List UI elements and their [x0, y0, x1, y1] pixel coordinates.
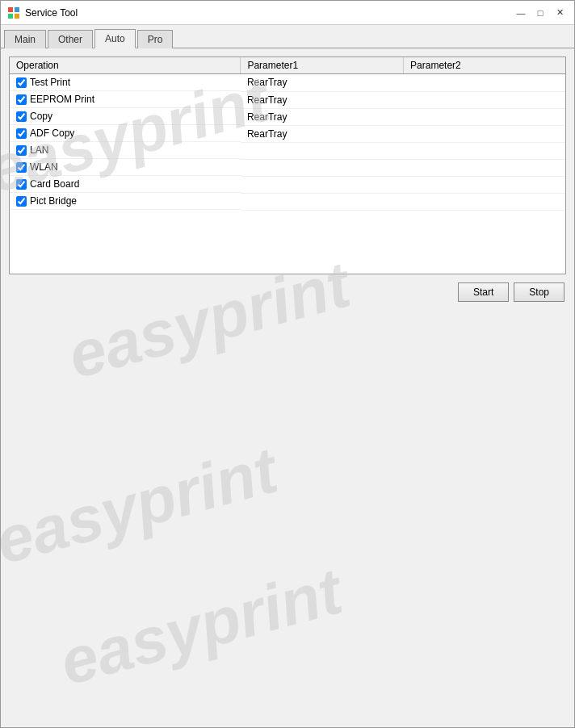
- svg-rect-2: [8, 14, 13, 19]
- checkbox-copy[interactable]: [16, 111, 27, 122]
- checkbox-adf-copy[interactable]: [16, 128, 27, 139]
- param1-cell: [241, 142, 404, 159]
- operation-label: LAN: [30, 144, 48, 156]
- operation-label: ADF Copy: [30, 128, 74, 139]
- operation-label: EEPROM Print: [30, 94, 94, 105]
- operation-cell: WLAN: [10, 159, 241, 176]
- param1-cell: RearTray: [241, 125, 404, 142]
- param2-cell: [404, 125, 565, 142]
- watermark-3: easyprint: [0, 433, 285, 579]
- operation-cell: Copy: [10, 108, 241, 125]
- param2-cell: [404, 91, 565, 108]
- table-row: Pict Bridge: [10, 193, 565, 210]
- operation-cell: ADF Copy: [10, 125, 241, 142]
- param2-cell: [404, 142, 565, 159]
- checkbox-test-print[interactable]: [16, 77, 27, 88]
- operations-table-container: Operation Parameter1 Parameter2 Test Pri…: [9, 56, 566, 274]
- svg-rect-0: [8, 7, 13, 12]
- svg-rect-1: [15, 7, 19, 12]
- start-button[interactable]: Start: [458, 282, 509, 302]
- param1-cell: [241, 193, 404, 210]
- title-controls: — □ ✕: [513, 5, 568, 21]
- operation-cell: EEPROM Print: [10, 91, 241, 108]
- tab-other[interactable]: Other: [48, 30, 93, 48]
- stop-button[interactable]: Stop: [514, 282, 565, 302]
- operation-label: Test Print: [30, 77, 70, 88]
- param2-cell: [404, 108, 565, 125]
- checkbox-pict-bridge[interactable]: [16, 196, 27, 207]
- tab-pro[interactable]: Pro: [137, 30, 174, 48]
- checkbox-eeprom-print[interactable]: [16, 94, 27, 105]
- param2-cell: [404, 74, 565, 92]
- content-area: Operation Parameter1 Parameter2 Test Pri…: [1, 48, 574, 310]
- tab-auto[interactable]: Auto: [94, 29, 136, 48]
- maximize-button[interactable]: □: [532, 5, 548, 21]
- param1-cell: [241, 159, 404, 176]
- action-buttons: Start Stop: [9, 282, 566, 302]
- operation-cell: Test Print: [10, 74, 241, 91]
- table-row: Test PrintRearTray: [10, 74, 565, 92]
- table-row: Card Board: [10, 176, 565, 193]
- checkbox-card-board[interactable]: [16, 179, 27, 190]
- operation-cell: Card Board: [10, 176, 241, 193]
- table-row: LAN: [10, 142, 565, 159]
- app-icon: [7, 6, 20, 19]
- svg-rect-3: [15, 14, 19, 19]
- col-operation: Operation: [10, 57, 241, 74]
- tab-bar: Main Other Auto Pro: [1, 25, 574, 48]
- close-button[interactable]: ✕: [552, 5, 568, 21]
- minimize-button[interactable]: —: [513, 5, 529, 21]
- operation-label: WLAN: [30, 161, 58, 173]
- table-row: CopyRearTray: [10, 108, 565, 125]
- param2-cell: [404, 176, 565, 193]
- title-bar-left: Service Tool: [7, 6, 78, 19]
- table-row: ADF CopyRearTray: [10, 125, 565, 142]
- table-row: EEPROM PrintRearTray: [10, 91, 565, 108]
- param1-cell: [241, 176, 404, 193]
- watermark-4: easyprint: [52, 554, 349, 701]
- param1-cell: RearTray: [241, 91, 404, 108]
- param2-cell: [404, 193, 565, 210]
- checkbox-wlan[interactable]: [16, 162, 27, 173]
- operation-label: Pict Bridge: [30, 195, 77, 207]
- main-window: Service Tool — □ ✕ Main Other Auto Pro O…: [0, 0, 575, 728]
- table-row: WLAN: [10, 159, 565, 176]
- title-bar: Service Tool — □ ✕: [1, 1, 574, 25]
- col-param1: Parameter1: [241, 57, 404, 74]
- operation-cell: LAN: [10, 142, 241, 159]
- tab-main[interactable]: Main: [4, 30, 46, 48]
- param2-cell: [404, 159, 565, 176]
- window-title: Service Tool: [25, 7, 78, 19]
- checkbox-lan[interactable]: [16, 145, 27, 156]
- param1-cell: RearTray: [241, 108, 404, 125]
- operation-label: Copy: [30, 111, 52, 122]
- param1-cell: RearTray: [241, 74, 404, 92]
- operations-table: Operation Parameter1 Parameter2 Test Pri…: [10, 57, 565, 211]
- operation-label: Card Board: [30, 178, 79, 190]
- col-param2: Parameter2: [404, 57, 565, 74]
- operation-cell: Pict Bridge: [10, 193, 241, 210]
